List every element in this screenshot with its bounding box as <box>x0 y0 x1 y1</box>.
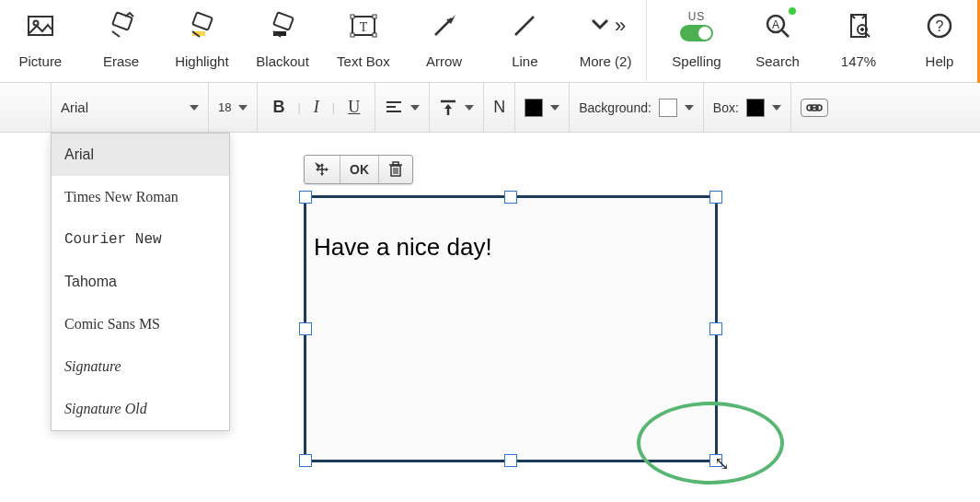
n-button[interactable]: N <box>484 83 515 132</box>
resize-handle-tr[interactable] <box>709 191 722 204</box>
h-align-select[interactable] <box>375 83 430 132</box>
spelling-button[interactable]: US Spelling <box>656 0 737 69</box>
text-color-swatch <box>525 99 543 117</box>
background-color-swatch <box>659 99 677 117</box>
erase-icon <box>107 7 136 44</box>
document-canvas[interactable]: Arial Times New Roman Courier New Tahoma… <box>0 133 980 502</box>
spelling-label: Spelling <box>672 53 721 69</box>
more-button[interactable]: » More (2) <box>565 0 646 69</box>
font-size-select[interactable]: 18 <box>209 83 258 132</box>
align-left-icon <box>385 99 403 116</box>
font-option-arial[interactable]: Arial <box>52 134 229 176</box>
caret-down-icon <box>465 105 474 111</box>
resize-handle-br[interactable] <box>709 454 722 467</box>
highlight-label: Highlight <box>175 53 228 69</box>
svg-marker-41 <box>326 168 329 171</box>
textbox-mini-toolbar: OK <box>304 155 413 184</box>
arrow-icon <box>430 7 459 44</box>
font-option-courier[interactable]: Courier New <box>52 218 229 261</box>
selected-textbox[interactable]: Have a nice day! ⤡ <box>304 195 718 462</box>
font-option-signature[interactable]: Signature <box>52 345 229 388</box>
arrow-button[interactable]: Arrow <box>404 0 485 69</box>
background-color-select[interactable]: Background: <box>570 83 704 132</box>
background-label: Background: <box>579 100 651 115</box>
caret-down-icon <box>238 105 248 111</box>
erase-label: Erase <box>103 53 139 69</box>
toolbar-divider <box>646 0 647 83</box>
align-top-icon <box>439 99 457 117</box>
underline-button[interactable]: U <box>342 98 365 117</box>
font-option-comic[interactable]: Comic Sans MS <box>52 303 229 345</box>
picture-icon <box>26 7 55 44</box>
blackout-icon <box>268 7 297 44</box>
text-style-group: B | I | U <box>258 83 375 132</box>
search-button[interactable]: A Search <box>737 0 818 69</box>
textbox-button[interactable]: T Text Box <box>323 0 404 69</box>
line-label: Line <box>512 53 537 69</box>
caret-down-icon <box>190 105 199 111</box>
resize-handle-bm[interactable] <box>504 454 517 467</box>
svg-text:T: T <box>360 20 368 34</box>
delete-button[interactable] <box>379 156 412 183</box>
trash-icon <box>388 161 403 178</box>
svg-point-1 <box>33 21 38 26</box>
spelling-lang: US <box>688 10 706 23</box>
move-handle-button[interactable] <box>305 156 340 183</box>
highlight-button[interactable]: Highlight <box>162 0 243 69</box>
font-option-signature-old[interactable]: Signature Old <box>52 388 229 430</box>
font-option-tahoma[interactable]: Tahoma <box>52 261 229 303</box>
link-button[interactable] <box>791 83 837 132</box>
resize-handle-mr[interactable] <box>709 322 722 335</box>
link-icon <box>801 99 828 117</box>
resize-handle-tl[interactable] <box>299 191 312 204</box>
line-button[interactable]: Line <box>485 0 566 69</box>
italic-button[interactable]: I <box>308 98 325 117</box>
svg-text:?: ? <box>936 18 944 34</box>
picture-button[interactable]: Picture <box>0 0 81 69</box>
search-icon: A <box>763 7 792 44</box>
font-option-times[interactable]: Times New Roman <box>52 176 229 218</box>
svg-rect-10 <box>373 15 376 18</box>
help-button[interactable]: ? Help <box>899 0 980 69</box>
zoom-icon <box>844 7 873 44</box>
search-label: Search <box>755 53 800 69</box>
spelling-toggle[interactable] <box>680 25 713 41</box>
help-icon: ? <box>925 7 954 44</box>
box-color-swatch <box>746 99 765 117</box>
resize-handle-tm[interactable] <box>504 191 517 204</box>
bold-button[interactable]: B <box>267 98 290 117</box>
font-family-select[interactable]: Arial <box>51 83 209 132</box>
caret-down-icon <box>410 105 420 111</box>
box-label: Box: <box>713 100 739 115</box>
erase-button[interactable]: Erase <box>81 0 162 69</box>
n-label: N <box>493 98 505 117</box>
svg-marker-35 <box>315 162 321 169</box>
caret-down-icon <box>685 105 694 111</box>
textbox-content[interactable]: Have a nice day! <box>314 233 708 262</box>
textbox-label: Text Box <box>337 53 390 69</box>
text-color-select[interactable] <box>515 83 570 132</box>
resize-handle-bl[interactable] <box>299 454 312 467</box>
arrow-label: Arrow <box>426 53 462 69</box>
svg-text:A: A <box>772 18 779 31</box>
svg-line-15 <box>515 17 534 35</box>
resize-handle-ml[interactable] <box>299 322 312 335</box>
caret-down-icon <box>550 105 559 111</box>
v-align-select[interactable] <box>430 83 484 132</box>
ok-button[interactable]: OK <box>340 156 379 183</box>
font-family-value: Arial <box>61 99 88 115</box>
svg-rect-9 <box>351 15 354 18</box>
main-toolbar: Picture Erase Highlight Blackout T Text … <box>0 0 980 83</box>
format-bar: Arial 18 B | I | U N Background: Box: <box>0 83 980 133</box>
spelling-icon: US <box>680 7 713 44</box>
textbox-icon: T <box>349 7 378 44</box>
search-indicator-dot <box>789 7 796 15</box>
box-color-select[interactable]: Box: <box>704 83 791 132</box>
zoom-button[interactable]: 147% <box>818 0 899 69</box>
help-label: Help <box>926 53 954 69</box>
line-icon <box>510 7 539 44</box>
svg-rect-5 <box>273 12 294 29</box>
svg-marker-39 <box>320 173 324 176</box>
blackout-button[interactable]: Blackout <box>242 0 323 69</box>
picture-label: Picture <box>19 53 63 69</box>
